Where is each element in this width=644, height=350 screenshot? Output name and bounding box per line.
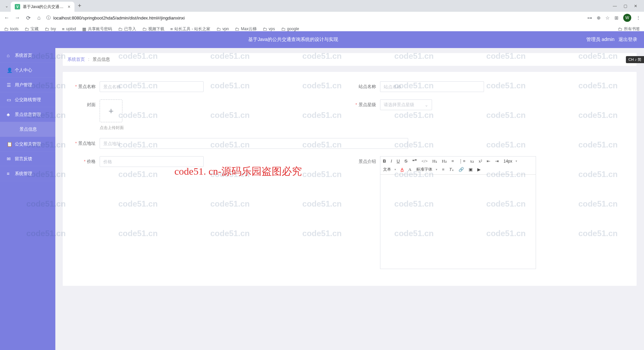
- upload-cover-button[interactable]: +: [100, 99, 122, 122]
- outdent-button[interactable]: ⇤: [487, 159, 490, 164]
- bgcolor-button[interactable]: A: [408, 167, 411, 172]
- sidebar-item-feedback[interactable]: ✉留言反馈: [0, 151, 55, 166]
- tab-dropdown-icon[interactable]: ⌄: [3, 4, 11, 8]
- menu-icon[interactable]: ⋮: [636, 15, 641, 20]
- underline-button[interactable]: U: [397, 159, 400, 164]
- sidebar-item-attractions[interactable]: ♣景点信息管理: [0, 107, 55, 122]
- list-icon: ☰: [7, 82, 11, 88]
- folder-icon: 🗀: [618, 27, 622, 32]
- all-bookmarks[interactable]: 🗀所有书签: [618, 26, 640, 32]
- sidebar-item-profile[interactable]: 👤个人中心: [0, 63, 55, 78]
- bold-button[interactable]: B: [383, 159, 386, 164]
- translate-icon[interactable]: ⊕: [597, 15, 601, 20]
- station-input[interactable]: [380, 81, 484, 92]
- sidebar-item-routes[interactable]: ▭公交路线管理: [0, 92, 55, 107]
- site-info-icon[interactable]: ⓘ: [46, 15, 51, 21]
- close-window-button[interactable]: ✕: [634, 4, 637, 8]
- key-icon[interactable]: ⊶: [587, 15, 592, 20]
- sidebar-item-system[interactable]: ≡系统管理: [0, 166, 55, 181]
- form-card: 景点名称 站点名称 封面 + 点击上传封面: [63, 72, 637, 286]
- route-icon: ▭: [7, 97, 11, 102]
- indent-button[interactable]: ⇥: [495, 159, 499, 164]
- sidebar: ⌂系统首页 👤个人中心 ☰用户管理 ▭公交路线管理 ♣景点信息管理 景点信息 📋…: [0, 48, 55, 350]
- quote-button[interactable]: ❝❞: [412, 159, 417, 164]
- star-select[interactable]: 请选择景点星级 ⌄: [380, 99, 432, 110]
- fontfamily-select[interactable]: 标准字体: [416, 167, 437, 172]
- folder-icon: 🗀: [281, 27, 285, 32]
- superscript-button[interactable]: x²: [479, 159, 482, 164]
- breadcrumb-home[interactable]: 系统首页: [67, 57, 85, 62]
- bookmark-item[interactable]: 🗀宝藏: [24, 26, 39, 32]
- bookmark-item[interactable]: 🗀vps: [263, 27, 275, 32]
- settings-icon: ≡: [7, 171, 9, 176]
- breadcrumb: 系统首页 : 景点信息: [63, 53, 637, 66]
- maximize-button[interactable]: ▢: [624, 4, 627, 8]
- clipboard-icon: 📋: [7, 141, 12, 147]
- bookmark-item[interactable]: 🗀视频下载: [142, 26, 164, 32]
- italic-button[interactable]: I: [391, 159, 392, 164]
- user-label[interactable]: 管理员 admin: [586, 37, 614, 43]
- sidebar-item-users[interactable]: ☰用户管理: [0, 78, 55, 92]
- sidebar-item-attraction-info[interactable]: 景点信息: [0, 122, 55, 137]
- sidebar-item-bus-related[interactable]: 📋公交相关管理: [0, 137, 55, 151]
- code-button[interactable]: </>: [422, 159, 428, 164]
- bookmark-item[interactable]: 🗀Max云梯: [235, 26, 257, 32]
- align-button[interactable]: ≡: [442, 167, 444, 172]
- fontsize-select[interactable]: 14px: [503, 159, 517, 164]
- h2-button[interactable]: H₂: [442, 159, 446, 164]
- clear-button[interactable]: Tₓ: [449, 167, 454, 172]
- bookmark-item[interactable]: ≡站长工具 - 站长之家: [170, 26, 210, 32]
- star-label: 景点星级: [350, 99, 380, 110]
- browser-tab[interactable]: V 基于Java的公共交通查询系 ×: [11, 2, 74, 12]
- h1-button[interactable]: H₁: [432, 159, 437, 164]
- minimize-button[interactable]: —: [613, 4, 617, 8]
- bookmark-star-icon[interactable]: ☆: [605, 15, 610, 20]
- link-button[interactable]: 🔗: [459, 167, 464, 172]
- tab-title: 基于Java的公共交通查询系: [23, 4, 65, 10]
- file-icon: ≡: [62, 27, 65, 32]
- addr-input[interactable]: [100, 138, 408, 149]
- editor-body[interactable]: [380, 175, 536, 269]
- subscript-button[interactable]: x₂: [470, 159, 474, 164]
- addr-label: 景点地址: [69, 138, 100, 149]
- bookmark-item[interactable]: 🗀tools: [4, 27, 18, 32]
- home-button[interactable]: ⌂: [36, 15, 42, 21]
- forward-button[interactable]: →: [14, 15, 21, 21]
- new-tab-button[interactable]: +: [74, 2, 85, 9]
- back-button[interactable]: ←: [3, 15, 10, 21]
- name-input[interactable]: [100, 81, 204, 92]
- ol-button[interactable]: ≡: [451, 159, 454, 164]
- breadcrumb-current: 景点信息: [93, 57, 110, 62]
- ul-button[interactable]: ⋮≡: [459, 159, 465, 164]
- price-input[interactable]: [100, 156, 204, 167]
- bookmark-item[interactable]: 🗀txy: [45, 27, 56, 32]
- logout-link[interactable]: 退出登录: [619, 37, 637, 43]
- station-label: 站点名称: [350, 81, 380, 92]
- chevron-down-icon: ⌄: [425, 102, 428, 107]
- ime-badge[interactable]: CH ♪ 简: [626, 56, 644, 63]
- bookmark-item[interactable]: ≡uplod: [62, 27, 76, 32]
- window-controls: — ▢ ✕: [613, 4, 644, 8]
- bookmark-item[interactable]: ▦共享账号密码: [82, 26, 112, 32]
- bookmark-item[interactable]: 🗀vpn: [216, 27, 229, 32]
- folder-icon: 🗀: [24, 27, 29, 32]
- video-button[interactable]: ▶: [477, 167, 481, 172]
- bookmark-item[interactable]: 🗀已导入: [118, 26, 136, 32]
- reload-button[interactable]: ⟳: [25, 15, 32, 21]
- info-icon: ♣: [7, 112, 10, 117]
- profile-avatar[interactable]: W: [623, 14, 631, 22]
- color-button[interactable]: A: [401, 167, 404, 172]
- sidebar-item-home[interactable]: ⌂系统首页: [0, 48, 55, 63]
- folder-icon: 🗀: [142, 27, 147, 32]
- strike-button[interactable]: S: [405, 159, 408, 164]
- tab-bar: ⌄ V 基于Java的公共交通查询系 × + — ▢ ✕: [0, 0, 644, 12]
- url-box[interactable]: ⓘ localhost:8080/springboot2hda5/admin/d…: [46, 15, 583, 21]
- bookmark-item[interactable]: 🗀google: [281, 27, 299, 32]
- message-icon: ✉: [7, 156, 11, 162]
- texttype-select[interactable]: 文本: [383, 167, 396, 172]
- name-label: 景点名称: [69, 81, 100, 92]
- folder-icon: 🗀: [45, 27, 49, 32]
- tab-close-icon[interactable]: ×: [68, 4, 70, 9]
- image-button[interactable]: ▣: [469, 167, 473, 172]
- extensions-icon[interactable]: ⊞: [614, 15, 619, 20]
